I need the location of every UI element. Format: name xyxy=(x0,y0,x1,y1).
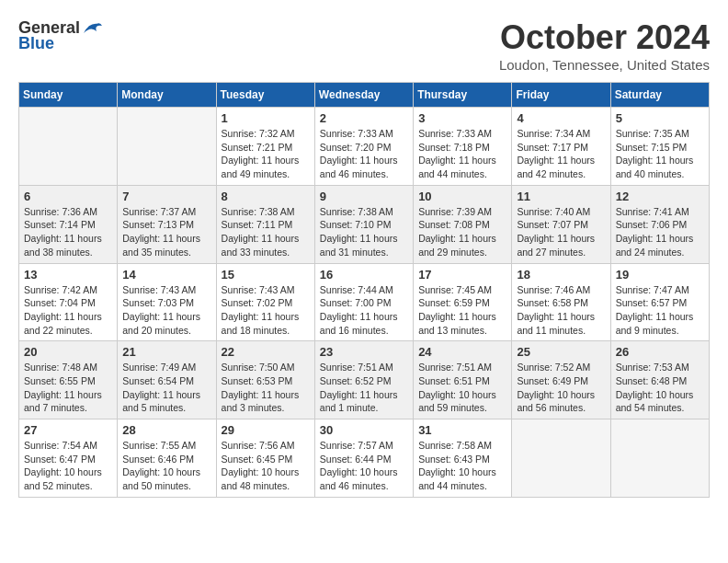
day-number: 16 xyxy=(320,268,408,282)
cell-info: Sunrise: 7:32 AMSunset: 7:21 PMDaylight:… xyxy=(222,127,310,181)
table-row xyxy=(512,419,610,498)
cell-info: Sunrise: 7:46 AMSunset: 6:58 PMDaylight:… xyxy=(517,283,605,338)
month-title: October 2024 xyxy=(499,18,710,57)
calendar-week-row: 1Sunrise: 7:32 AMSunset: 7:21 PMDaylight… xyxy=(19,108,710,186)
cell-info: Sunrise: 7:51 AMSunset: 6:52 PMDaylight:… xyxy=(320,361,408,415)
cell-info: Sunrise: 7:43 AMSunset: 7:03 PMDaylight:… xyxy=(122,283,210,338)
cell-info: Sunrise: 7:40 AMSunset: 7:07 PMDaylight:… xyxy=(517,205,605,259)
day-number: 2 xyxy=(320,111,408,125)
cell-info: Sunrise: 7:35 AMSunset: 7:15 PMDaylight:… xyxy=(616,127,704,181)
day-number: 7 xyxy=(122,190,210,203)
table-row xyxy=(118,108,216,186)
cell-info: Sunrise: 7:49 AMSunset: 6:54 PMDaylight:… xyxy=(122,361,210,415)
cell-info: Sunrise: 7:47 AMSunset: 6:57 PMDaylight:… xyxy=(616,283,704,338)
page-header: General Blue October 2024 Loudon, Tennes… xyxy=(18,18,710,73)
day-number: 4 xyxy=(517,111,605,125)
day-number: 30 xyxy=(320,423,408,437)
day-number: 31 xyxy=(418,423,506,437)
table-row: 16Sunrise: 7:44 AMSunset: 7:00 PMDayligh… xyxy=(314,263,413,341)
calendar-header-row: Sunday Monday Tuesday Wednesday Thursday… xyxy=(19,83,710,108)
table-row: 7Sunrise: 7:37 AMSunset: 7:13 PMDaylight… xyxy=(118,185,216,263)
table-row: 21Sunrise: 7:49 AMSunset: 6:54 PMDayligh… xyxy=(118,341,216,419)
table-row: 30Sunrise: 7:57 AMSunset: 6:44 PMDayligh… xyxy=(314,419,413,498)
cell-info: Sunrise: 7:38 AMSunset: 7:10 PMDaylight:… xyxy=(320,205,408,259)
day-number: 23 xyxy=(320,345,408,359)
table-row: 17Sunrise: 7:45 AMSunset: 6:59 PMDayligh… xyxy=(414,263,512,341)
cell-info: Sunrise: 7:54 AMSunset: 6:47 PMDaylight:… xyxy=(24,439,112,493)
day-number: 18 xyxy=(517,268,605,282)
table-row xyxy=(19,108,118,186)
col-saturday: Saturday xyxy=(610,83,709,108)
col-sunday: Sunday xyxy=(19,83,118,108)
cell-info: Sunrise: 7:41 AMSunset: 7:06 PMDaylight:… xyxy=(616,205,704,259)
cell-info: Sunrise: 7:48 AMSunset: 6:55 PMDaylight:… xyxy=(24,361,112,415)
table-row: 10Sunrise: 7:39 AMSunset: 7:08 PMDayligh… xyxy=(414,185,512,263)
title-block: October 2024 Loudon, Tennessee, United S… xyxy=(499,18,710,73)
location: Loudon, Tennessee, United States xyxy=(499,57,710,73)
cell-info: Sunrise: 7:52 AMSunset: 6:49 PMDaylight:… xyxy=(517,361,605,415)
cell-info: Sunrise: 7:50 AMSunset: 6:53 PMDaylight:… xyxy=(222,361,310,415)
cell-info: Sunrise: 7:43 AMSunset: 7:02 PMDaylight:… xyxy=(222,283,310,338)
day-number: 20 xyxy=(24,345,112,359)
calendar-week-row: 27Sunrise: 7:54 AMSunset: 6:47 PMDayligh… xyxy=(19,419,710,498)
table-row: 20Sunrise: 7:48 AMSunset: 6:55 PMDayligh… xyxy=(19,341,118,419)
cell-info: Sunrise: 7:42 AMSunset: 7:04 PMDaylight:… xyxy=(24,283,112,338)
day-number: 5 xyxy=(616,111,704,125)
cell-info: Sunrise: 7:38 AMSunset: 7:11 PMDaylight:… xyxy=(222,205,310,259)
table-row: 14Sunrise: 7:43 AMSunset: 7:03 PMDayligh… xyxy=(118,263,216,341)
calendar: Sunday Monday Tuesday Wednesday Thursday… xyxy=(18,82,710,498)
table-row: 19Sunrise: 7:47 AMSunset: 6:57 PMDayligh… xyxy=(610,263,709,341)
table-row: 4Sunrise: 7:34 AMSunset: 7:17 PMDaylight… xyxy=(512,108,610,186)
table-row: 12Sunrise: 7:41 AMSunset: 7:06 PMDayligh… xyxy=(610,185,709,263)
day-number: 25 xyxy=(517,345,605,359)
table-row: 11Sunrise: 7:40 AMSunset: 7:07 PMDayligh… xyxy=(512,185,610,263)
table-row: 27Sunrise: 7:54 AMSunset: 6:47 PMDayligh… xyxy=(19,419,118,498)
table-row: 5Sunrise: 7:35 AMSunset: 7:15 PMDaylight… xyxy=(610,108,709,186)
day-number: 28 xyxy=(122,423,210,437)
calendar-week-row: 13Sunrise: 7:42 AMSunset: 7:04 PMDayligh… xyxy=(19,263,710,341)
logo-blue: Blue xyxy=(18,34,54,53)
day-number: 13 xyxy=(24,268,112,282)
day-number: 26 xyxy=(616,345,704,359)
cell-info: Sunrise: 7:56 AMSunset: 6:45 PMDaylight:… xyxy=(222,439,310,493)
table-row: 1Sunrise: 7:32 AMSunset: 7:21 PMDaylight… xyxy=(216,108,314,186)
cell-info: Sunrise: 7:45 AMSunset: 6:59 PMDaylight:… xyxy=(418,283,506,338)
day-number: 6 xyxy=(24,190,112,203)
table-row: 18Sunrise: 7:46 AMSunset: 6:58 PMDayligh… xyxy=(512,263,610,341)
day-number: 14 xyxy=(122,268,210,282)
cell-info: Sunrise: 7:57 AMSunset: 6:44 PMDaylight:… xyxy=(320,439,408,493)
cell-info: Sunrise: 7:51 AMSunset: 6:51 PMDaylight:… xyxy=(418,361,506,415)
col-wednesday: Wednesday xyxy=(314,83,413,108)
table-row: 6Sunrise: 7:36 AMSunset: 7:14 PMDaylight… xyxy=(19,185,118,263)
day-number: 27 xyxy=(24,423,112,437)
table-row: 29Sunrise: 7:56 AMSunset: 6:45 PMDayligh… xyxy=(216,419,314,498)
day-number: 9 xyxy=(320,190,408,203)
cell-info: Sunrise: 7:33 AMSunset: 7:20 PMDaylight:… xyxy=(320,127,408,181)
table-row xyxy=(610,419,709,498)
day-number: 8 xyxy=(222,190,310,203)
logo-bird-icon xyxy=(82,20,102,37)
day-number: 1 xyxy=(222,111,310,125)
cell-info: Sunrise: 7:39 AMSunset: 7:08 PMDaylight:… xyxy=(418,205,506,259)
cell-info: Sunrise: 7:55 AMSunset: 6:46 PMDaylight:… xyxy=(122,439,210,493)
cell-info: Sunrise: 7:33 AMSunset: 7:18 PMDaylight:… xyxy=(418,127,506,181)
table-row: 26Sunrise: 7:53 AMSunset: 6:48 PMDayligh… xyxy=(610,341,709,419)
cell-info: Sunrise: 7:44 AMSunset: 7:00 PMDaylight:… xyxy=(320,283,408,338)
col-monday: Monday xyxy=(118,83,216,108)
day-number: 24 xyxy=(418,345,506,359)
calendar-week-row: 20Sunrise: 7:48 AMSunset: 6:55 PMDayligh… xyxy=(19,341,710,419)
table-row: 28Sunrise: 7:55 AMSunset: 6:46 PMDayligh… xyxy=(118,419,216,498)
day-number: 11 xyxy=(517,190,605,203)
logo: General Blue xyxy=(18,18,102,53)
day-number: 17 xyxy=(418,268,506,282)
col-thursday: Thursday xyxy=(414,83,512,108)
day-number: 3 xyxy=(418,111,506,125)
table-row: 31Sunrise: 7:58 AMSunset: 6:43 PMDayligh… xyxy=(414,419,512,498)
cell-info: Sunrise: 7:34 AMSunset: 7:17 PMDaylight:… xyxy=(517,127,605,181)
day-number: 29 xyxy=(222,423,310,437)
cell-info: Sunrise: 7:58 AMSunset: 6:43 PMDaylight:… xyxy=(418,439,506,493)
table-row: 9Sunrise: 7:38 AMSunset: 7:10 PMDaylight… xyxy=(314,185,413,263)
cell-info: Sunrise: 7:53 AMSunset: 6:48 PMDaylight:… xyxy=(616,361,704,415)
table-row: 13Sunrise: 7:42 AMSunset: 7:04 PMDayligh… xyxy=(19,263,118,341)
table-row: 3Sunrise: 7:33 AMSunset: 7:18 PMDaylight… xyxy=(414,108,512,186)
